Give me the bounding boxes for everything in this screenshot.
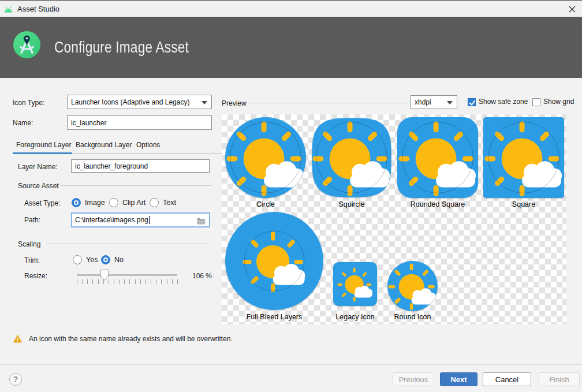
density-combobox[interactable]: xhdpi [411,95,457,109]
asset-type-radio-clipart[interactable]: Clip Art [109,198,146,207]
show-grid-checkbox[interactable]: Show grid [532,98,574,106]
wizard-header: Configure Image Asset [0,17,582,78]
icon-type-label: Icon Type: [13,99,44,107]
folder-icon[interactable] [197,218,206,225]
tile-label: Round Icon [394,313,431,321]
layer-name-label: Layer Name: [18,163,58,171]
finish-button[interactable]: Finish [539,372,580,386]
radio-label: Yes [86,256,98,264]
tile-label: Rounded Square [411,200,465,208]
preview-tile-squircle: Squircle [311,117,392,198]
tile-label: Circle [256,200,275,208]
preview-tile-rounded-square: Rounded Square [397,117,478,198]
checkbox-box [532,98,540,106]
tile-label: Legacy Icon [335,313,374,321]
resize-slider-ticks [77,279,178,284]
name-value: ic_launcher [71,119,106,127]
footer-separator [0,364,582,365]
radio-label: Clip Art [122,199,146,207]
path-label: Path: [24,216,40,224]
tile-label: Square [512,200,535,208]
name-label: Name: [13,119,33,127]
checkbox-box [468,98,476,106]
name-input[interactable]: ic_launcher [67,115,212,130]
android-head-icon [4,6,13,13]
preview-tile-full-bleed: Full Bleed Layers [225,212,323,310]
density-value: xhdpi [415,98,431,106]
tile-label: Full Bleed Layers [247,313,303,321]
radio-dot [109,198,118,207]
window-title: Asset Studio [17,5,59,13]
radio-dot [73,255,82,264]
preview-tile-square: Square [483,117,564,198]
icon-type-value: Launcher Icons (Adaptive and Legacy) [71,98,189,106]
source-asset-section-line [61,185,211,186]
combo-arrow-icon [447,101,453,104]
trim-radio-no[interactable]: No [101,255,124,264]
layer-name-input[interactable]: ic_launcher_foreground [71,159,210,173]
path-input[interactable]: C:\interface\images.png [71,212,210,227]
scaling-section-line [46,244,211,244]
source-asset-section-title: Source Asset [18,182,59,190]
layer-name-value: ic_launcher_foreground [75,162,148,170]
radio-dot [101,255,110,264]
path-value: C:\interface\images.png [75,216,148,224]
help-button[interactable]: ? [9,373,22,386]
close-button[interactable] [564,1,581,17]
tab-divider [72,153,222,154]
radio-label: No [114,256,124,264]
close-icon [569,6,576,13]
trim-radio-yes[interactable]: Yes [73,255,98,264]
preview-panel: Circle Squircle Rounded Square [222,114,566,324]
tab-foreground-layer[interactable]: Foreground Layer [16,141,71,149]
show-safe-zone-checkbox[interactable]: Show safe zone [468,98,528,106]
page-title: Configure Image Asset [54,39,189,57]
checkbox-label: Show safe zone [479,98,528,106]
preview-section-line [250,103,407,103]
asset-type-radio-text[interactable]: Text [150,198,176,207]
asset-type-label: Asset Type: [24,199,60,207]
android-studio-logo [13,31,40,58]
preview-tile-circle: Circle [225,117,306,198]
radio-dot [150,198,159,207]
asset-type-radio-image[interactable]: Image [72,198,105,207]
scaling-section-title: Scaling [18,240,40,248]
resize-value: 106 % [192,272,212,280]
resize-slider-thumb[interactable] [100,270,109,281]
tab-active-underline [13,152,72,154]
resize-label: Resize: [24,272,47,280]
warning-icon [13,335,22,343]
icon-type-combobox[interactable]: Launcher Icons (Adaptive and Legacy) [67,95,212,109]
asset-studio-dialog: Asset Studio Configure Image Asset Ico [0,0,582,392]
preview-section-title: Preview [222,99,247,107]
tab-options[interactable]: Options [136,141,160,149]
checkbox-label: Show grid [543,98,574,106]
tab-background-layer[interactable]: Background Layer [76,141,132,149]
preview-tile-round: Round Icon [387,261,438,311]
combo-arrow-icon [202,101,207,104]
cancel-button[interactable]: Cancel [483,372,531,386]
text-caret [149,216,150,224]
preview-tile-legacy: Legacy Icon [333,262,377,306]
tile-label: Squircle [338,200,364,208]
resize-slider-track[interactable] [77,274,177,276]
radio-label: Image [85,199,105,207]
previous-button[interactable]: Previous [393,372,434,386]
title-bar: Asset Studio [0,1,582,17]
next-button[interactable]: Next [440,372,477,386]
warning-text: An icon with the same name already exist… [29,335,233,343]
radio-label: Text [163,199,176,207]
trim-label: Trim: [24,256,40,264]
radio-dot [72,198,81,207]
